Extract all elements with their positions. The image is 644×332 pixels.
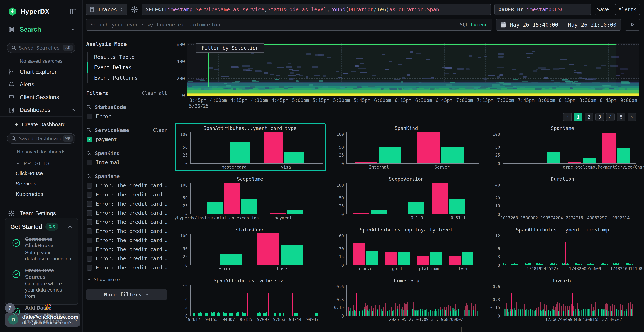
sidebar-item-team-settings[interactable]: Team Settings: [0, 199, 82, 220]
filter-option[interactable]: Error: The credit card …: [86, 210, 167, 216]
mini-chart-y-axis: 02550100: [177, 132, 190, 164]
event-search-input[interactable]: [90, 22, 460, 28]
mini-chart-y-axis: 02550100: [177, 234, 190, 265]
create-dashboard-button[interactable]: + Create Dashboard: [0, 117, 82, 128]
mini-chart-scopename[interactable]: ScopeName02550100@hyperdx/instrumentatio…: [174, 174, 326, 222]
sql-select-editor[interactable]: SELECT Timestamp, ServiceName as service…: [142, 4, 491, 15]
heatmap-x-tick: 7:45pm: [518, 98, 534, 103]
page-next-button[interactable]: ›: [628, 113, 636, 121]
checkbox[interactable]: [86, 238, 92, 243]
lucene-mode-label[interactable]: Lucene: [471, 22, 488, 27]
confetti-icon: 🎉: [45, 304, 51, 310]
checkbox[interactable]: [86, 192, 92, 198]
sidebar-preset-services[interactable]: Services: [0, 178, 82, 189]
analysis-mode-event-patterns[interactable]: Event Patterns: [87, 72, 167, 83]
chevron-up-icon[interactable]: [67, 224, 73, 230]
checkbox[interactable]: [86, 247, 92, 252]
save-button[interactable]: Save: [595, 4, 612, 15]
help-button[interactable]: ?: [5, 303, 15, 313]
page-button-3[interactable]: 3: [595, 113, 604, 121]
page-prev-button[interactable]: ‹: [563, 113, 572, 121]
filter-option[interactable]: Error: The credit card …: [86, 246, 167, 252]
mini-chart-scopeversion[interactable]: ScopeVersion025501000.1.00.51.1: [331, 174, 482, 222]
mini-chart-traceid[interactable]: TraceId00.150.30.6ff736674e4a9348c43e815…: [487, 276, 639, 324]
run-query-button[interactable]: [625, 18, 640, 31]
sidebar-item-alerts[interactable]: Alerts: [0, 78, 82, 91]
sidebar-item-search[interactable]: Search: [0, 21, 82, 38]
alerts-button[interactable]: Alerts: [615, 4, 640, 15]
page-button-2[interactable]: 2: [584, 113, 593, 121]
sidebar-collapse-icon[interactable]: [70, 8, 77, 15]
filter-option[interactable]: Error: The credit card …: [86, 192, 167, 198]
mini-chart-spankind[interactable]: SpanKind02550100InternalServer: [331, 123, 482, 171]
mini-chart-x-axis: InternalServer: [346, 164, 479, 170]
user-menu[interactable]: D dale@clickhouse.com dale@clickhouse.co…: [5, 313, 80, 327]
saved-dashboards-input[interactable]: ⌘K: [7, 133, 76, 144]
search-toolbar: SQL | Lucene May 26 15:40:00 - May 26 21…: [83, 17, 644, 34]
sidebar-item-chart-explorer[interactable]: Chart Explorer: [0, 66, 82, 78]
mini-chart-spanattributes-cache-size[interactable]: SpanAttributes.cache.size036129261794155…: [174, 276, 326, 324]
checkbox[interactable]: [86, 201, 92, 207]
checkbox[interactable]: [86, 160, 92, 166]
mini-chart-spanattributes-app-loyalty-level[interactable]: SpanAttributes.app.loyalty.level0153060b…: [331, 225, 482, 273]
filter-option[interactable]: Error: The credit card …: [86, 265, 167, 271]
saved-dashboards-field[interactable]: [19, 136, 63, 141]
checkbox[interactable]: [86, 228, 92, 234]
checkbox[interactable]: [86, 265, 92, 271]
order-by-editor[interactable]: ORDER BY Timestamp DESC: [494, 4, 591, 15]
filter-option[interactable]: Error: [86, 114, 167, 119]
checkbox[interactable]: [86, 210, 92, 216]
mini-chart-spanname[interactable]: SpanName02550100grpc.oteldemo.PaymentSer…: [487, 123, 639, 171]
more-filters-button[interactable]: More filters: [86, 290, 167, 300]
get-started-item[interactable]: Create Data SourcesConfigure where your …: [10, 267, 73, 300]
mini-chart-spanattributes-yment-card-type[interactable]: SpanAttributes...yment.card_type02550100…: [174, 123, 326, 171]
mini-chart-spanattributes-yment-timestamp[interactable]: SpanAttributes...yment.timestamp03612174…: [487, 225, 639, 273]
sql-mode-label[interactable]: SQL: [460, 22, 468, 27]
date-range-picker[interactable]: May 26 15:40:00 - May 26 21:10:00: [496, 18, 621, 31]
heatmap-cell: [245, 87, 252, 89]
checkbox[interactable]: [86, 219, 92, 225]
source-select[interactable]: Traces: [86, 4, 127, 15]
saved-searches-input[interactable]: ⌘K: [7, 42, 76, 53]
page-button-5[interactable]: 5: [617, 113, 626, 121]
clear-all-button[interactable]: Clear all: [142, 90, 167, 96]
checkbox[interactable]: ✓: [86, 137, 92, 142]
sidebar-item-client-sessions[interactable]: Client Sessions: [0, 91, 82, 104]
show-more-button[interactable]: Show more: [86, 277, 167, 282]
sidebar-preset-kubernetes[interactable]: Kubernetes: [0, 189, 82, 199]
chevron-up-icon[interactable]: [70, 27, 76, 32]
event-search-box[interactable]: SQL | Lucene: [86, 18, 492, 31]
filter-option[interactable]: Error: The credit card …: [86, 228, 167, 234]
gear-icon[interactable]: [131, 6, 138, 13]
checkbox[interactable]: [86, 183, 92, 188]
analysis-mode-event-deltas[interactable]: Event Deltas: [87, 62, 167, 72]
get-started-item[interactable]: Connect to ClickHouseSet up your databas…: [10, 236, 73, 262]
filter-option[interactable]: Error: The credit card …: [86, 256, 167, 262]
sql-token: ORDER BY: [498, 6, 524, 12]
chevron-up-icon[interactable]: [70, 107, 76, 113]
mini-chart-duration[interactable]: Duration01020401017268153000219357420422…: [487, 174, 639, 222]
sidebar-item-dashboards[interactable]: Dashboards: [0, 104, 82, 116]
page-button-1[interactable]: 1: [574, 113, 582, 121]
checkbox[interactable]: [86, 114, 92, 119]
mini-chart-statuscode[interactable]: StatusCode02550100ErrorUnset: [174, 225, 326, 273]
mini-chart-timestamp[interactable]: Timestamp00.150.30.62025-05-27T04:09:31.…: [331, 276, 482, 324]
filter-option[interactable]: ✓payment: [86, 136, 167, 142]
filter-option[interactable]: Error: The credit card …: [86, 237, 167, 243]
presets-toggle[interactable]: PRESETS: [0, 156, 82, 168]
language-toggle[interactable]: SQL | Lucene: [460, 22, 488, 27]
filter-by-selection-button[interactable]: Filter by Selection: [196, 43, 264, 53]
duration-heatmap[interactable]: Filter by Selection 0200400600 3:45pm4:0…: [174, 43, 639, 110]
analysis-mode-results-table[interactable]: Results Table: [87, 52, 167, 62]
heatmap-selection-region[interactable]: [208, 44, 617, 88]
filter-option[interactable]: Internal: [86, 160, 167, 166]
checkbox[interactable]: [86, 256, 92, 262]
filter-clear-button[interactable]: Clear: [153, 128, 167, 133]
filter-option[interactable]: Error: The credit card …: [86, 183, 167, 188]
saved-searches-field[interactable]: [19, 45, 63, 50]
page-button-4[interactable]: 4: [606, 113, 615, 121]
filter-option[interactable]: Error: The credit card …: [86, 201, 167, 207]
sql-token: Timestamp: [524, 6, 552, 12]
filter-option[interactable]: Error: The credit card …: [86, 219, 167, 225]
sidebar-preset-clickhouse[interactable]: ClickHouse: [0, 168, 82, 178]
